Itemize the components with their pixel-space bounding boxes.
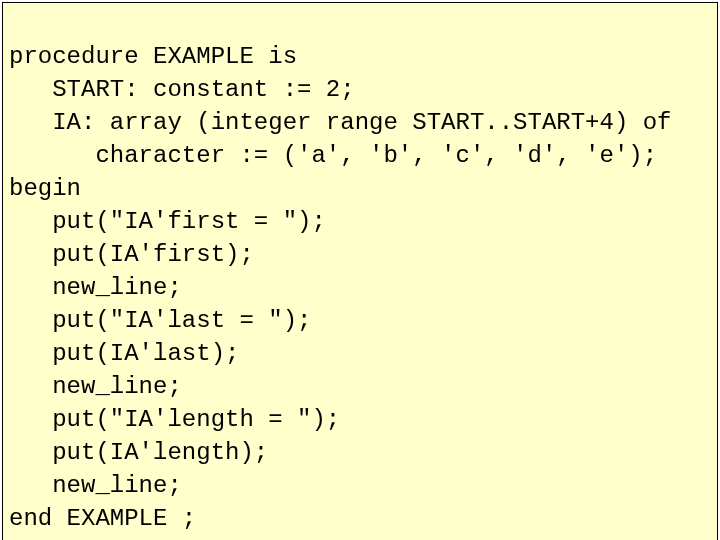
code-line: procedure EXAMPLE is [9,43,297,70]
code-line: put("IA'first = "); [9,208,326,235]
code-line: begin [9,175,81,202]
code-line: put(IA'first); [9,241,254,268]
code-line: put("IA'length = "); [9,406,340,433]
code-line: put(IA'last); [9,340,239,367]
code-listing: procedure EXAMPLE is START: constant := … [2,2,718,540]
code-line: put("IA'last = "); [9,307,311,334]
code-line: end EXAMPLE ; [9,505,196,532]
code-line: new_line; [9,274,182,301]
code-line: IA: array (integer range START..START+4)… [9,109,672,136]
code-line: new_line; [9,472,182,499]
code-line: character := ('a', 'b', 'c', 'd', 'e'); [9,142,657,169]
code-line: new_line; [9,373,182,400]
code-line: START: constant := 2; [9,76,355,103]
code-line: put(IA'length); [9,439,268,466]
